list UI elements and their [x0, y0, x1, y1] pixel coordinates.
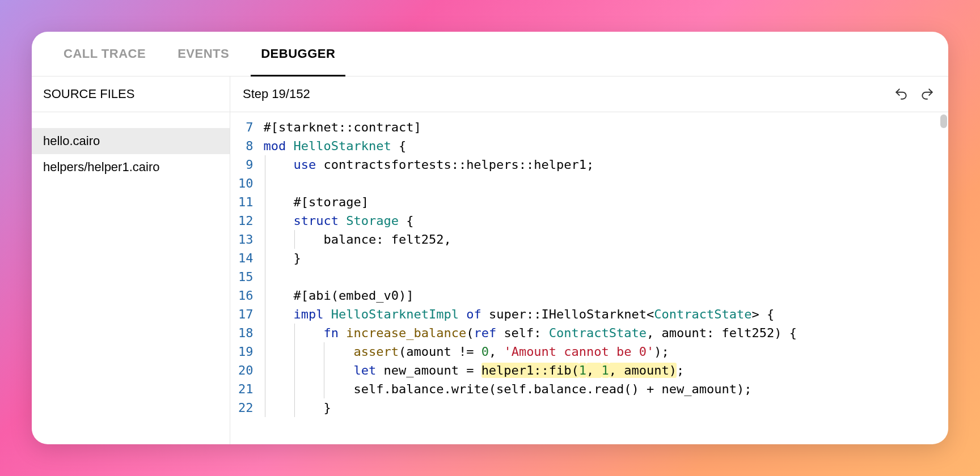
sidebar: SOURCE FILES hello.cairo helpers/helper1… [32, 76, 230, 444]
line-number: 17 [238, 305, 254, 324]
code-line: use contractsfortests::helpers::helper1; [264, 155, 949, 174]
line-number: 13 [238, 230, 254, 249]
line-number: 12 [238, 211, 254, 230]
line-number: 11 [238, 193, 254, 211]
code-line: impl HelloStarknetImpl of super::IHelloS… [264, 305, 949, 324]
code-line [264, 174, 949, 193]
redo-arrow-icon [920, 87, 935, 101]
line-number: 16 [238, 286, 254, 305]
tab-events[interactable]: EVENTS [162, 32, 245, 76]
sidebar-header: SOURCE FILES [32, 76, 230, 112]
step-label: Step 19/152 [243, 87, 310, 101]
file-item-hello[interactable]: hello.cairo [32, 128, 230, 154]
step-controls [893, 86, 936, 103]
line-number: 8 [238, 137, 254, 155]
line-number: 14 [238, 249, 254, 267]
line-number: 19 [238, 342, 254, 361]
step-back-button[interactable] [893, 86, 910, 103]
code-line: fn increase_balance(ref self: ContractSt… [264, 324, 949, 342]
code-line: assert(amount != 0, 'Amount cannot be 0'… [264, 342, 949, 361]
line-number: 15 [238, 267, 254, 286]
line-number: 10 [238, 174, 254, 193]
line-number: 20 [238, 361, 254, 380]
content-area: SOURCE FILES hello.cairo helpers/helper1… [32, 76, 948, 444]
line-number: 7 [238, 118, 254, 137]
line-gutter: 78910111213141516171819202122 [230, 112, 264, 444]
undo-arrow-icon [894, 87, 909, 101]
debugger-window: CALL TRACE EVENTS DEBUGGER SOURCE FILES … [32, 32, 948, 444]
tab-debugger[interactable]: DEBUGGER [245, 32, 351, 76]
tab-call-trace[interactable]: CALL TRACE [48, 32, 162, 76]
file-list: hello.cairo helpers/helper1.cairo [32, 112, 230, 180]
step-forward-button[interactable] [919, 86, 936, 103]
code-line: mod HelloStarknet { [264, 137, 949, 155]
main-panel: Step 19/152 [230, 76, 948, 444]
code-line: self.balance.write(self.balance.read() +… [264, 380, 949, 398]
line-number: 21 [238, 380, 254, 398]
line-number: 9 [238, 155, 254, 174]
code-line: } [264, 249, 949, 267]
file-item-helper1[interactable]: helpers/helper1.cairo [32, 154, 230, 180]
code-line: let new_amount = helper1::fib(1, 1, amou… [264, 361, 949, 380]
step-bar: Step 19/152 [230, 76, 948, 112]
code-line [264, 267, 949, 286]
tab-bar: CALL TRACE EVENTS DEBUGGER [32, 32, 948, 76]
line-number: 22 [238, 398, 254, 417]
code-area[interactable]: 78910111213141516171819202122 #[starknet… [230, 112, 948, 444]
code-line: struct Storage { [264, 211, 949, 230]
line-number: 18 [238, 324, 254, 342]
code-line: #[starknet::contract] [264, 118, 949, 137]
code-line: balance: felt252, [264, 230, 949, 249]
code-line: #[abi(embed_v0)] [264, 286, 949, 305]
code-line: #[storage] [264, 193, 949, 211]
code-line: } [264, 398, 949, 417]
code-content: #[starknet::contract]mod HelloStarknet {… [264, 112, 949, 444]
